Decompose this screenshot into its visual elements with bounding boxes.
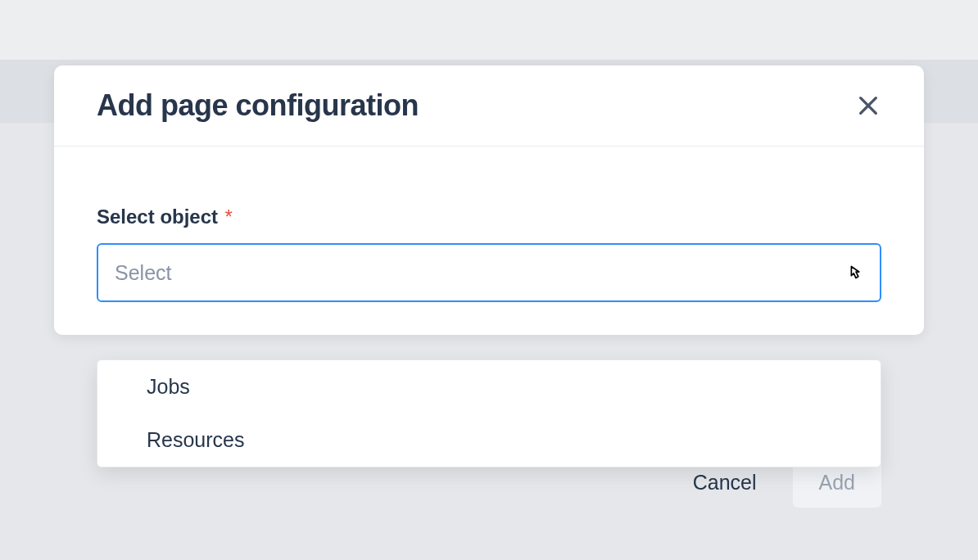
- close-button[interactable]: [852, 89, 885, 122]
- select-object-label: Select object: [97, 205, 218, 228]
- pointer-cursor-icon: [844, 260, 868, 285]
- modal-header: Add page configuration: [54, 65, 924, 147]
- top-bar: [0, 0, 978, 61]
- select-placeholder: Select: [115, 261, 171, 285]
- field-label-row: Select object *: [97, 205, 881, 243]
- modal-body: Select object * Select Cancel Add Jobs R…: [54, 147, 924, 302]
- modal-title: Add page configuration: [97, 88, 419, 123]
- select-object-input[interactable]: Select: [97, 243, 881, 302]
- select-object-dropdown: Jobs Resources: [97, 359, 881, 467]
- dropdown-option-resources[interactable]: Resources: [97, 413, 881, 467]
- dropdown-option-jobs[interactable]: Jobs: [97, 360, 881, 413]
- close-icon: [855, 93, 881, 119]
- add-page-configuration-modal: Add page configuration Select object * S…: [54, 65, 924, 335]
- required-marker: *: [225, 205, 233, 228]
